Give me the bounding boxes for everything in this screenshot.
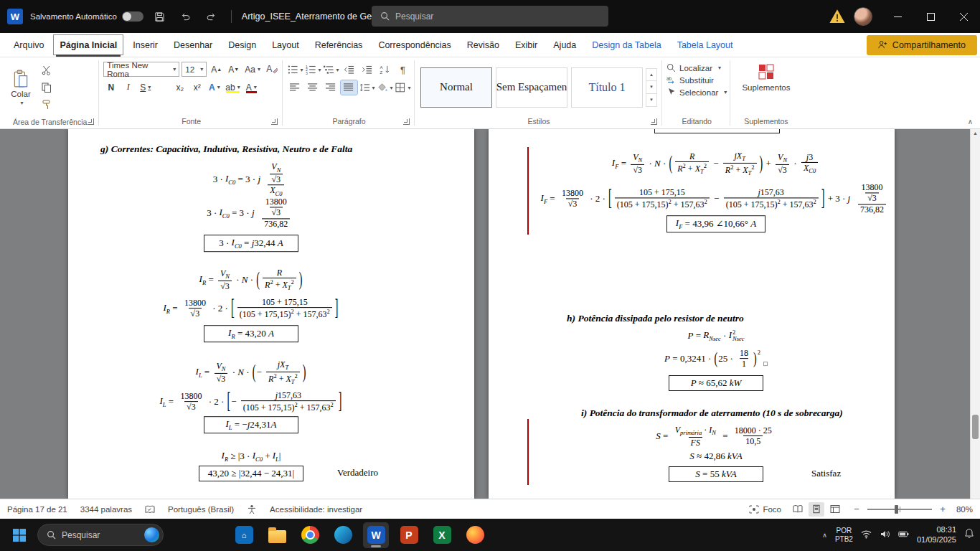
font-name-select[interactable]: Times New Roma▾ — [103, 62, 179, 77]
autosave-control[interactable]: Salvamento Automático — [30, 11, 143, 22]
document-page-left[interactable]: 3 · IC0 = 3 · j VN√3XC03 · IC0 = 3 · j 1… — [68, 129, 474, 499]
powerpoint-icon[interactable]: P — [396, 522, 422, 548]
scrollbar-thumb[interactable] — [972, 415, 979, 439]
ribbon-tab-layout[interactable]: Layout — [264, 33, 307, 57]
volume-icon[interactable] — [880, 529, 890, 542]
ribbon-tab-página-inicial[interactable]: Página Inicial — [52, 33, 125, 57]
align-center-button[interactable] — [305, 80, 321, 95]
shrink-font-button[interactable]: A▼ — [226, 62, 241, 77]
focus-mode-button[interactable]: Foco — [749, 505, 781, 514]
ribbon-tab-tabela-layout[interactable]: Tabela Layout — [669, 33, 741, 57]
ribbon-tab-revisão[interactable]: Revisão — [459, 33, 507, 57]
maximize-button[interactable] — [914, 0, 947, 33]
share-button[interactable]: Compartilhamento — [867, 35, 977, 55]
zoom-slider[interactable] — [867, 509, 932, 510]
multilevel-list-button[interactable]: ▾ — [323, 62, 339, 77]
bullets-button[interactable]: ▾ — [287, 62, 303, 77]
word-taskbar-icon[interactable]: W — [363, 522, 389, 548]
change-case-button[interactable]: Aa▾ — [243, 62, 262, 77]
decrease-indent-button[interactable] — [341, 62, 357, 77]
save-icon[interactable] — [151, 7, 169, 26]
scroll-up-arrow[interactable]: ▲ — [971, 131, 980, 136]
sort-button[interactable]: AZ — [377, 62, 393, 77]
highlight-button[interactable]: ab▾ — [224, 80, 241, 95]
shading-button[interactable]: ▾ — [377, 80, 393, 95]
replace-button[interactable]: ab Substituir — [666, 75, 727, 85]
superscript-button[interactable]: x² — [189, 80, 204, 95]
autosave-toggle[interactable] — [122, 11, 143, 22]
clipboard-dialog-launcher[interactable] — [88, 118, 94, 125]
print-layout-button[interactable] — [809, 502, 824, 517]
style-normal[interactable]: Normal — [420, 67, 492, 108]
taskbar-search-box[interactable]: Pesquisar — [37, 524, 164, 546]
vertical-scrollbar[interactable]: ▲ — [970, 129, 980, 499]
show-paragraph-marks-button[interactable]: ¶ — [395, 62, 411, 77]
close-button[interactable] — [947, 0, 980, 33]
collapse-ribbon-button[interactable]: ∧ — [968, 118, 973, 126]
excel-icon[interactable]: X — [429, 522, 455, 548]
font-dialog-launcher[interactable] — [271, 118, 278, 125]
find-button[interactable]: Localizar▾ — [666, 63, 727, 72]
titlebar-search-box[interactable]: Pesquisar — [372, 6, 608, 27]
tray-overflow-chevron[interactable]: ∧ — [822, 532, 827, 539]
align-left-button[interactable] — [287, 80, 303, 95]
underline-button[interactable]: S▾ — [138, 80, 153, 95]
edge-icon[interactable] — [330, 522, 356, 548]
ribbon-tab-exibir[interactable]: Exibir — [507, 33, 545, 57]
minimize-button[interactable] — [881, 0, 914, 33]
firefox-icon[interactable] — [462, 522, 488, 548]
accessibility-icon[interactable] — [247, 504, 257, 514]
document-canvas[interactable]: 3 · IC0 = 3 · j VN√3XC03 · IC0 = 3 · j 1… — [0, 129, 980, 499]
paragraph-dialog-launcher[interactable] — [403, 118, 410, 125]
chrome-icon[interactable] — [297, 522, 323, 548]
status-word-count[interactable]: 3344 palavras — [80, 505, 132, 514]
style-título-1[interactable]: Título 1 — [571, 67, 643, 108]
cut-button[interactable] — [39, 63, 55, 77]
taskbar-clock[interactable]: 08:31 01/09/2025 — [917, 525, 956, 545]
word-app-icon[interactable]: W — [7, 9, 23, 24]
line-spacing-button[interactable]: ▾ — [359, 80, 375, 95]
subscript-button[interactable]: x₂ — [172, 80, 187, 95]
store-icon[interactable]: ⌂ — [231, 522, 257, 548]
styles-scroll-down[interactable]: ▾ — [646, 81, 657, 94]
addins-button[interactable]: Suplementos — [742, 63, 790, 92]
styles-scroll-up[interactable]: ▴ — [646, 68, 657, 81]
style-sem-espaçamen[interactable]: Sem Espaçamen — [496, 67, 567, 108]
paste-button[interactable]: Colar ▾ — [4, 60, 37, 115]
text-effects-button[interactable]: A▾ — [207, 80, 222, 95]
read-mode-button[interactable] — [790, 502, 806, 517]
input-language-indicator[interactable]: POR PTB2 — [835, 527, 853, 543]
font-size-select[interactable]: 12▾ — [182, 62, 207, 77]
web-layout-button[interactable] — [827, 502, 843, 517]
start-button[interactable] — [6, 522, 33, 549]
status-accessibility[interactable]: Acessibilidade: investigar — [270, 505, 362, 514]
file-explorer-icon[interactable] — [264, 522, 290, 548]
format-painter-button[interactable] — [39, 98, 55, 112]
borders-button[interactable]: ▾ — [395, 80, 411, 95]
zoom-in-button[interactable]: + — [938, 504, 948, 514]
document-page-right[interactable]: IF = VN√3 · N · (RR2 + XT2 − jXTR2 + XT2… — [489, 129, 895, 499]
grow-font-button[interactable]: A▲ — [209, 62, 224, 77]
ribbon-tab-referências[interactable]: Referências — [307, 33, 371, 57]
ribbon-tab-arquivo[interactable]: Arquivo — [6, 33, 52, 57]
wifi-icon[interactable] — [861, 529, 872, 542]
ribbon-tab-correspondências[interactable]: Correspondências — [370, 33, 458, 57]
clear-formatting-button[interactable]: A — [264, 62, 279, 77]
styles-gallery-more[interactable]: ▾ — [646, 94, 657, 107]
notifications-bell-icon[interactable] — [964, 528, 974, 542]
alerts-icon[interactable] — [828, 7, 847, 26]
status-page-number[interactable]: Página 17 de 21 — [7, 505, 67, 514]
styles-dialog-launcher[interactable] — [651, 118, 657, 125]
align-right-button[interactable] — [323, 80, 339, 95]
zoom-out-button[interactable]: − — [852, 504, 862, 514]
battery-icon[interactable] — [898, 529, 909, 542]
copy-button[interactable] — [39, 80, 55, 95]
zoom-slider-thumb[interactable] — [895, 505, 898, 514]
undo-icon[interactable] — [176, 7, 195, 26]
justify-button[interactable] — [341, 80, 357, 95]
ribbon-tab-design[interactable]: Design — [220, 33, 264, 57]
search-highlight-icon[interactable] — [144, 527, 159, 542]
proofing-icon[interactable] — [145, 504, 155, 514]
numbering-button[interactable]: 123▾ — [305, 62, 321, 77]
italic-button[interactable]: I — [121, 80, 136, 95]
